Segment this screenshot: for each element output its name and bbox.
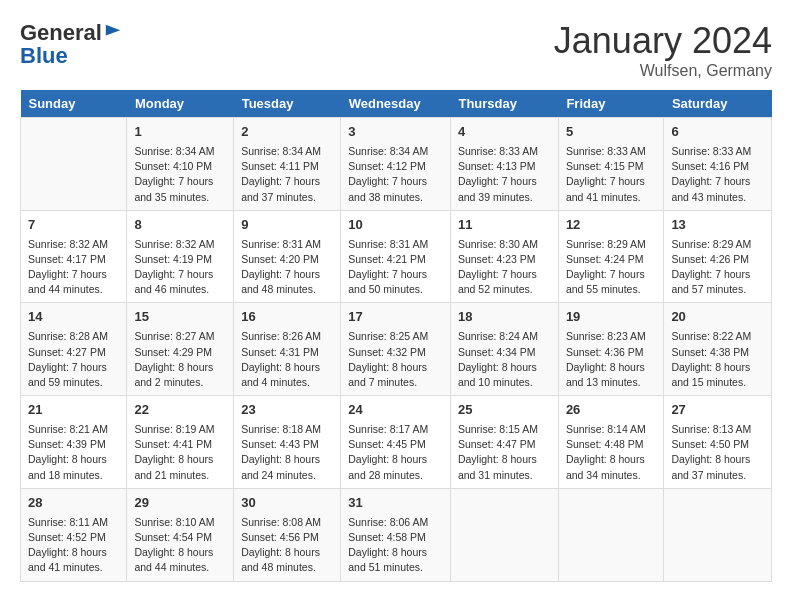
day-info-line: and 52 minutes. — [458, 282, 551, 297]
day-info-line: Sunrise: 8:10 AM — [134, 515, 226, 530]
header-cell-sunday: Sunday — [21, 90, 127, 118]
calendar-cell: 3Sunrise: 8:34 AMSunset: 4:12 PMDaylight… — [341, 118, 451, 211]
calendar-cell — [21, 118, 127, 211]
calendar-cell: 24Sunrise: 8:17 AMSunset: 4:45 PMDayligh… — [341, 396, 451, 489]
day-info-line: Sunset: 4:41 PM — [134, 437, 226, 452]
day-info-line: Sunset: 4:29 PM — [134, 345, 226, 360]
day-info-line: Daylight: 7 hours — [348, 174, 443, 189]
day-info-line: and 44 minutes. — [28, 282, 119, 297]
day-info-line: Sunrise: 8:34 AM — [348, 144, 443, 159]
day-info-line: Daylight: 8 hours — [671, 452, 764, 467]
day-info-line: and 35 minutes. — [134, 190, 226, 205]
calendar-cell: 12Sunrise: 8:29 AMSunset: 4:24 PMDayligh… — [558, 210, 664, 303]
calendar-cell — [450, 488, 558, 581]
day-info-line: and 46 minutes. — [134, 282, 226, 297]
day-number: 23 — [241, 401, 333, 420]
day-info-line: Sunset: 4:11 PM — [241, 159, 333, 174]
calendar-cell: 21Sunrise: 8:21 AMSunset: 4:39 PMDayligh… — [21, 396, 127, 489]
calendar-cell: 11Sunrise: 8:30 AMSunset: 4:23 PMDayligh… — [450, 210, 558, 303]
day-info-line: Sunrise: 8:26 AM — [241, 329, 333, 344]
day-number: 31 — [348, 494, 443, 513]
day-info-line: and 28 minutes. — [348, 468, 443, 483]
day-info-line: Sunrise: 8:34 AM — [134, 144, 226, 159]
calendar-cell: 4Sunrise: 8:33 AMSunset: 4:13 PMDaylight… — [450, 118, 558, 211]
calendar-cell: 5Sunrise: 8:33 AMSunset: 4:15 PMDaylight… — [558, 118, 664, 211]
calendar-cell: 14Sunrise: 8:28 AMSunset: 4:27 PMDayligh… — [21, 303, 127, 396]
day-number: 10 — [348, 216, 443, 235]
day-info-line: Sunset: 4:34 PM — [458, 345, 551, 360]
day-info-line: Sunrise: 8:08 AM — [241, 515, 333, 530]
day-info-line: and 4 minutes. — [241, 375, 333, 390]
calendar-cell: 2Sunrise: 8:34 AMSunset: 4:11 PMDaylight… — [234, 118, 341, 211]
day-number: 17 — [348, 308, 443, 327]
header-cell-tuesday: Tuesday — [234, 90, 341, 118]
day-info-line: Sunset: 4:17 PM — [28, 252, 119, 267]
day-number: 19 — [566, 308, 657, 327]
week-row-3: 14Sunrise: 8:28 AMSunset: 4:27 PMDayligh… — [21, 303, 772, 396]
day-info-line: and 39 minutes. — [458, 190, 551, 205]
day-info-line: Sunset: 4:19 PM — [134, 252, 226, 267]
day-number: 16 — [241, 308, 333, 327]
calendar-cell: 18Sunrise: 8:24 AMSunset: 4:34 PMDayligh… — [450, 303, 558, 396]
calendar-cell: 28Sunrise: 8:11 AMSunset: 4:52 PMDayligh… — [21, 488, 127, 581]
calendar-cell: 30Sunrise: 8:08 AMSunset: 4:56 PMDayligh… — [234, 488, 341, 581]
day-info-line: Daylight: 7 hours — [241, 267, 333, 282]
day-number: 21 — [28, 401, 119, 420]
day-number: 9 — [241, 216, 333, 235]
day-info-line: Daylight: 7 hours — [134, 267, 226, 282]
day-info-line: Sunrise: 8:28 AM — [28, 329, 119, 344]
day-info-line: Daylight: 8 hours — [458, 360, 551, 375]
day-info-line: Sunrise: 8:21 AM — [28, 422, 119, 437]
day-info-line: and 13 minutes. — [566, 375, 657, 390]
day-info-line: Daylight: 8 hours — [348, 545, 443, 560]
day-number: 3 — [348, 123, 443, 142]
day-number: 8 — [134, 216, 226, 235]
day-info-line: and 31 minutes. — [458, 468, 551, 483]
day-number: 27 — [671, 401, 764, 420]
week-row-4: 21Sunrise: 8:21 AMSunset: 4:39 PMDayligh… — [21, 396, 772, 489]
day-info-line: and 7 minutes. — [348, 375, 443, 390]
day-info-line: Daylight: 7 hours — [566, 174, 657, 189]
header-cell-thursday: Thursday — [450, 90, 558, 118]
day-info-line: Daylight: 8 hours — [241, 360, 333, 375]
day-info-line: and 18 minutes. — [28, 468, 119, 483]
day-info-line: Sunset: 4:12 PM — [348, 159, 443, 174]
day-number: 7 — [28, 216, 119, 235]
day-number: 15 — [134, 308, 226, 327]
day-info-line: and 50 minutes. — [348, 282, 443, 297]
day-info-line: Daylight: 7 hours — [566, 267, 657, 282]
day-info-line: Daylight: 7 hours — [241, 174, 333, 189]
calendar-cell: 15Sunrise: 8:27 AMSunset: 4:29 PMDayligh… — [127, 303, 234, 396]
logo-flag-icon — [104, 23, 122, 41]
day-number: 18 — [458, 308, 551, 327]
day-number: 4 — [458, 123, 551, 142]
day-info-line: Daylight: 8 hours — [241, 452, 333, 467]
page-header: General Blue January 2024 Wulfsen, Germa… — [20, 20, 772, 80]
day-info-line: Sunset: 4:15 PM — [566, 159, 657, 174]
day-info-line: Sunrise: 8:31 AM — [241, 237, 333, 252]
day-number: 30 — [241, 494, 333, 513]
calendar-cell: 31Sunrise: 8:06 AMSunset: 4:58 PMDayligh… — [341, 488, 451, 581]
day-info-line: Daylight: 7 hours — [671, 174, 764, 189]
day-info-line: Daylight: 8 hours — [28, 545, 119, 560]
day-info-line: Daylight: 7 hours — [348, 267, 443, 282]
day-info-line: Sunrise: 8:24 AM — [458, 329, 551, 344]
day-info-line: Sunset: 4:52 PM — [28, 530, 119, 545]
day-number: 11 — [458, 216, 551, 235]
day-info-line: Sunrise: 8:15 AM — [458, 422, 551, 437]
svg-marker-0 — [106, 25, 120, 36]
day-info-line: Sunrise: 8:23 AM — [566, 329, 657, 344]
day-info-line: Daylight: 7 hours — [134, 174, 226, 189]
day-info-line: Sunrise: 8:31 AM — [348, 237, 443, 252]
day-number: 29 — [134, 494, 226, 513]
calendar-cell — [558, 488, 664, 581]
day-info-line: Sunset: 4:47 PM — [458, 437, 551, 452]
day-info-line: Daylight: 7 hours — [458, 267, 551, 282]
day-info-line: Daylight: 8 hours — [28, 452, 119, 467]
day-info-line: Sunset: 4:58 PM — [348, 530, 443, 545]
day-info-line: Daylight: 7 hours — [671, 267, 764, 282]
day-info-line: Daylight: 8 hours — [458, 452, 551, 467]
day-info-line: Sunrise: 8:33 AM — [671, 144, 764, 159]
day-info-line: Sunrise: 8:19 AM — [134, 422, 226, 437]
day-info-line: and 41 minutes. — [566, 190, 657, 205]
